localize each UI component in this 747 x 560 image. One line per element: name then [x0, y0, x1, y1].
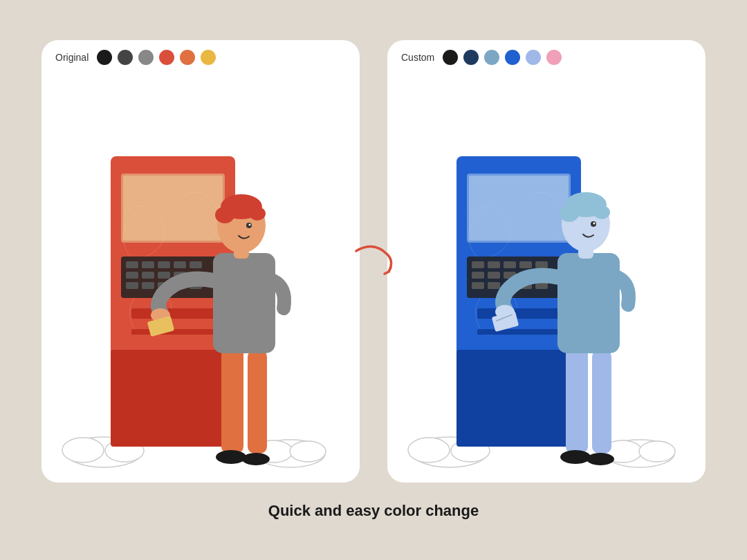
svg-rect-73 [592, 350, 611, 454]
svg-point-39 [249, 207, 266, 221]
svg-rect-12 [142, 261, 154, 268]
custom-color-2[interactable] [463, 50, 479, 65]
svg-rect-72 [566, 343, 588, 454]
svg-rect-65 [488, 282, 500, 289]
original-panel: Original [42, 40, 360, 483]
svg-rect-18 [158, 272, 170, 279]
svg-point-2 [62, 438, 104, 463]
svg-rect-13 [158, 261, 170, 268]
orig-color-1[interactable] [97, 50, 112, 65]
svg-rect-17 [142, 272, 154, 279]
custom-color-4[interactable] [505, 50, 520, 65]
custom-illustration [387, 72, 706, 483]
custom-panel: Custom [387, 40, 706, 483]
svg-rect-71 [456, 350, 581, 447]
svg-point-84 [593, 223, 596, 225]
svg-rect-30 [248, 350, 267, 454]
svg-point-41 [249, 224, 251, 226]
original-label: Original [55, 52, 89, 63]
original-panel-header: Original [42, 40, 360, 72]
svg-point-49 [639, 441, 675, 462]
svg-rect-58 [535, 261, 548, 268]
svg-point-38 [215, 207, 234, 223]
svg-rect-29 [221, 343, 243, 454]
svg-rect-16 [126, 272, 138, 279]
svg-rect-26 [131, 308, 214, 319]
svg-rect-52 [469, 176, 569, 241]
svg-rect-59 [472, 272, 484, 279]
svg-rect-60 [488, 272, 500, 279]
svg-rect-54 [472, 261, 484, 268]
custom-color-6[interactable] [546, 50, 562, 65]
custom-color-1[interactable] [443, 50, 458, 65]
svg-rect-55 [488, 261, 500, 268]
original-illustration [42, 72, 360, 483]
svg-rect-57 [519, 261, 532, 268]
orig-color-6[interactable] [201, 50, 216, 65]
svg-point-6 [290, 441, 326, 462]
conversion-arrow [346, 234, 401, 289]
custom-panel-header: Custom [387, 40, 706, 72]
orig-color-2[interactable] [118, 50, 133, 65]
custom-label: Custom [401, 52, 434, 63]
orig-color-4[interactable] [159, 50, 174, 65]
svg-rect-21 [126, 282, 138, 289]
orig-color-3[interactable] [138, 50, 154, 65]
orig-color-5[interactable] [180, 50, 195, 65]
svg-point-32 [242, 453, 270, 465]
svg-rect-64 [472, 282, 484, 289]
svg-rect-9 [123, 176, 223, 241]
svg-rect-14 [174, 261, 186, 268]
svg-point-75 [587, 453, 614, 465]
svg-rect-33 [213, 253, 275, 353]
svg-rect-70 [477, 329, 560, 335]
bottom-caption: Quick and easy color change [268, 502, 479, 520]
svg-rect-15 [190, 261, 202, 268]
custom-color-3[interactable] [484, 50, 499, 65]
svg-point-74 [560, 450, 591, 464]
svg-rect-76 [557, 253, 620, 353]
svg-point-31 [216, 450, 246, 464]
svg-rect-69 [477, 308, 560, 319]
svg-rect-28 [111, 350, 235, 447]
svg-point-81 [560, 205, 579, 222]
svg-rect-56 [504, 261, 516, 268]
main-container: Original [42, 40, 706, 520]
panels-row: Original [42, 40, 706, 483]
svg-rect-11 [126, 261, 138, 268]
svg-rect-22 [142, 282, 154, 289]
svg-point-45 [408, 438, 450, 463]
custom-color-5[interactable] [526, 50, 541, 65]
svg-point-82 [593, 205, 610, 219]
